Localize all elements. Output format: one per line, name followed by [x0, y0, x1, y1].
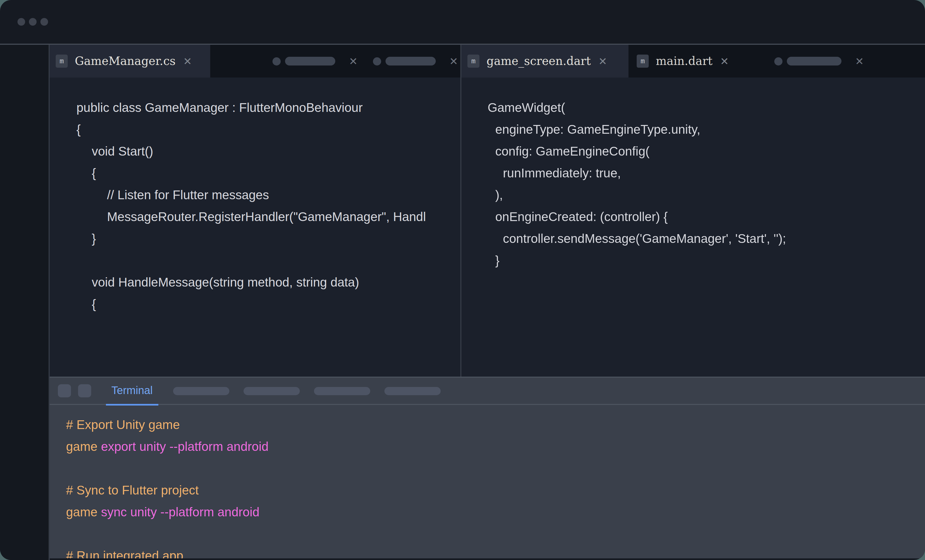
placeholder-terminal-tab[interactable] — [243, 387, 300, 395]
tab-label: GameManager.cs — [75, 54, 176, 68]
terminal-text-segment: # Run integrated app — [66, 548, 184, 558]
window-control-icon[interactable] — [18, 18, 25, 26]
code-line: { — [77, 293, 460, 315]
tab-label: main.dart — [656, 54, 713, 68]
placeholder-tab[interactable]: ✕ — [273, 45, 358, 77]
code-editor-csharp[interactable]: public class GameManager : FlutterMonoBe… — [50, 77, 460, 376]
tab-terminal[interactable]: Terminal — [106, 378, 158, 405]
code-line: config: GameEngineConfig( — [488, 140, 925, 162]
code-line: GameWidget( — [488, 96, 925, 119]
window-control-icon[interactable] — [29, 18, 36, 26]
editor-pane-left: m GameManager.cs ✕ ✕ — [50, 45, 460, 376]
terminal-output[interactable]: # Export Unity gamegame export unity --p… — [50, 405, 925, 558]
code-line: // Listen for Flutter messages — [77, 184, 460, 206]
placeholder-tab-icon — [373, 57, 381, 65]
terminal-text-segment: sync unity --platform android — [101, 505, 259, 519]
terminal-line: # Run integrated app — [66, 545, 925, 558]
code-line: void HandleMessage(string method, string… — [77, 271, 460, 293]
terminal-line: game export unity --platform android — [66, 435, 925, 458]
code-line: } — [488, 250, 925, 271]
terminal-tab-bar: Terminal — [50, 378, 925, 405]
tab-gamemanager-cs[interactable]: m GameManager.cs ✕ — [50, 45, 210, 77]
modified-badge-icon: m — [467, 54, 479, 68]
terminal-line — [66, 458, 925, 479]
editor-window: m GameManager.cs ✕ ✕ — [0, 0, 925, 560]
code-line: MessageRouter.RegisterHandler("GameManag… — [77, 206, 460, 227]
code-line: runImmediately: true, — [488, 162, 925, 184]
terminal-tab-label: Terminal — [111, 384, 153, 397]
placeholder-tab-title — [386, 57, 436, 66]
code-line: onEngineCreated: (controller) { — [488, 206, 925, 227]
left-gutter — [0, 45, 50, 560]
window-controls — [18, 18, 48, 26]
code-line: controller.sendMessage('GameManager', 'S… — [488, 227, 925, 250]
code-line — [77, 250, 460, 271]
close-icon[interactable]: ✕ — [598, 56, 607, 66]
terminal-text-segment: export unity --platform android — [101, 440, 269, 453]
terminal-line: # Sync to Flutter project — [66, 479, 925, 501]
placeholder-terminal-tab[interactable] — [384, 387, 440, 395]
close-icon[interactable]: ✕ — [720, 56, 729, 66]
placeholder-tab[interactable]: ✕ — [774, 45, 864, 77]
tab-strip-right: m game_screen.dart ✕ m main.dart ✕ — [461, 45, 925, 77]
close-icon[interactable]: ✕ — [183, 56, 192, 66]
title-bar — [0, 0, 925, 44]
code-editor-dart[interactable]: GameWidget(engineType: GameEngineType.un… — [461, 77, 925, 376]
placeholder-tab[interactable]: ✕ — [373, 45, 458, 77]
code-line: public class GameManager : FlutterMonoBe… — [77, 96, 460, 119]
tab-strip-left: m GameManager.cs ✕ ✕ — [50, 45, 460, 77]
terminal-action-icon[interactable] — [58, 384, 71, 397]
close-icon[interactable]: ✕ — [449, 56, 458, 66]
placeholder-tab-icon — [273, 57, 281, 65]
tab-label: game_screen.dart — [487, 54, 591, 68]
editor-pane-right: m game_screen.dart ✕ m main.dart ✕ — [461, 45, 925, 376]
terminal-text-segment: # Export Unity game — [66, 417, 180, 432]
terminal-line — [66, 523, 925, 545]
close-icon[interactable]: ✕ — [349, 56, 358, 66]
window-control-icon[interactable] — [41, 18, 48, 26]
placeholder-tab-title — [285, 57, 335, 66]
placeholder-terminal-tab[interactable] — [314, 387, 370, 395]
placeholder-terminal-tab[interactable] — [173, 387, 229, 395]
close-icon[interactable]: ✕ — [855, 56, 864, 66]
code-line: engineType: GameEngineType.unity, — [488, 119, 925, 140]
terminal-action-icon[interactable] — [78, 384, 91, 397]
terminal-text-segment: game — [66, 440, 101, 453]
code-line: { — [77, 162, 460, 184]
placeholder-tab-icon — [774, 57, 782, 65]
modified-badge-icon: m — [56, 54, 68, 68]
terminal-line: game sync unity --platform android — [66, 501, 925, 523]
terminal-text-segment: game — [66, 505, 101, 519]
terminal-panel: Terminal # Export Unity gamegame export … — [50, 378, 925, 558]
code-line: { — [77, 119, 460, 140]
terminal-text-segment: # Sync to Flutter project — [66, 483, 199, 497]
code-line: } — [77, 227, 460, 250]
placeholder-tab-title — [787, 57, 841, 66]
tab-main-dart[interactable]: m main.dart ✕ — [628, 45, 752, 77]
code-line: ), — [488, 184, 925, 206]
modified-badge-icon: m — [637, 54, 649, 68]
tab-game-screen-dart[interactable]: m game_screen.dart ✕ — [461, 45, 628, 77]
code-line: void Start() — [77, 140, 460, 162]
terminal-line: # Export Unity game — [66, 414, 925, 435]
